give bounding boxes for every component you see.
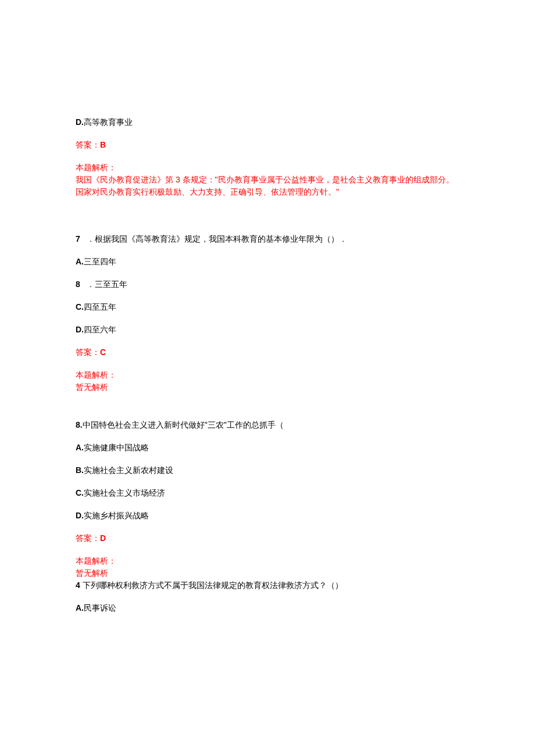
q7-option-d: D.四至六年 (76, 324, 459, 336)
option-text: 实施社会主义新农村建设 (84, 465, 173, 475)
option-prefix: A. (76, 603, 84, 612)
q7-stem: 7 ．根据我国《高等教育法》规定，我国本科教育的基本修业年限为（）． (76, 233, 459, 245)
option-prefix: C. (76, 488, 84, 497)
explain-text: 我国《民办教育促进法》第 3 条规定："民办教育事业属于公益性事业，是社会主义教… (76, 175, 454, 196)
q6-explanation: 本题解析： 我国《民办教育促进法》第 3 条规定："民办教育事业属于公益性事业，… (76, 162, 459, 198)
q7-option-a: A.三至四年 (76, 256, 459, 268)
option-text: 实施乡村振兴战略 (84, 511, 149, 520)
option-prefix: A. (76, 443, 84, 452)
question-text: 中国特色社会主义进入新时代做好"三农"工作的总抓手（ (83, 420, 284, 429)
spacer (76, 393, 459, 419)
answer-label: 答案： (76, 347, 100, 357)
explain-text: 暂无解析 (76, 568, 108, 578)
q8-option-d: D.实施乡村振兴战略 (76, 510, 459, 522)
q8-answer: 答案：D (76, 532, 459, 544)
option-prefix: D. (76, 325, 84, 334)
option-prefix: 8 (76, 280, 80, 289)
answer-label: 答案： (76, 533, 100, 543)
option-prefix: C. (76, 302, 84, 311)
q7-option-c: C.四至五年 (76, 301, 459, 313)
q8-option-b: B.实施社会主义新农村建设 (76, 464, 459, 476)
question-number: 7 (76, 234, 80, 243)
option-text: ．三至五年 (87, 280, 127, 289)
explain-label: 本题解析： (76, 163, 116, 172)
option-text: 四至五年 (84, 302, 116, 311)
option-prefix: B. (76, 465, 84, 475)
q7-answer: 答案：C (76, 346, 459, 359)
q8-option-a: A.实施健康中国战略 (76, 442, 459, 454)
q9-option-a: A.民事诉讼 (76, 602, 459, 614)
question-number: 4 (76, 581, 83, 590)
answer-value: D (100, 533, 106, 543)
explain-text: 暂无解析 (76, 382, 108, 392)
option-text: 三至四年 (84, 257, 116, 266)
explain-label: 本题解析： (76, 556, 116, 565)
question-number: 8. (76, 420, 83, 429)
question-text: 下列哪种权利救济方式不属于我国法律规定的教育权法律救济方式？（） (83, 581, 343, 590)
option-text: 实施社会主义市场经济 (84, 488, 165, 497)
option-prefix: D. (76, 117, 84, 127)
option-prefix: D. (76, 511, 84, 520)
option-text: 四至六年 (84, 325, 116, 334)
q7-explanation: 本题解析： 暂无解析 (76, 369, 459, 393)
q6-answer: 答案：B (76, 139, 459, 151)
option-text: 民事诉讼 (84, 603, 116, 612)
q8-stem: 8.中国特色社会主义进入新时代做好"三农"工作的总抓手（ (76, 419, 459, 431)
q6-option-d: D.高等教育事业 (76, 116, 459, 128)
question-text: ．根据我国《高等教育法》规定，我国本科教育的基本修业年限为（）． (87, 234, 347, 243)
explain-label: 本题解析： (76, 370, 116, 379)
answer-label: 答案： (76, 140, 100, 149)
q7-option-b: 8 ．三至五年 (76, 278, 459, 291)
spacer (76, 198, 459, 233)
option-text: 实施健康中国战略 (84, 443, 149, 452)
q8-explanation: 本题解析： 暂无解析 (76, 555, 459, 579)
document-page: D.高等教育事业 答案：B 本题解析： 我国《民办教育促进法》第 3 条规定："… (0, 0, 535, 756)
q8-option-c: C.实施社会主义市场经济 (76, 487, 459, 499)
q9-stem: 4 下列哪种权利救济方式不属于我国法律规定的教育权法律救济方式？（） (76, 579, 459, 592)
option-text: 高等教育事业 (84, 117, 133, 127)
option-prefix: A. (76, 257, 84, 266)
answer-value: B (100, 140, 106, 149)
answer-value: C (100, 347, 106, 357)
